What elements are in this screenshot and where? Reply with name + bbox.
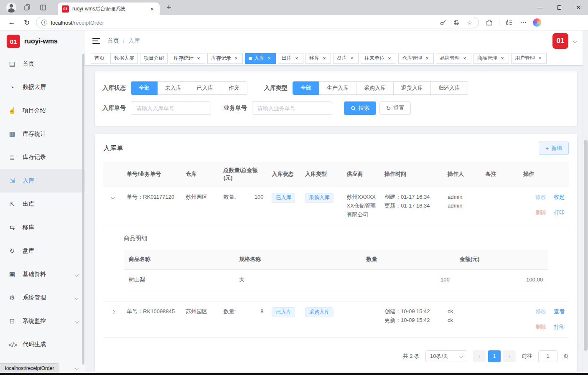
tab-stock-records[interactable]: 库存记录×: [207, 53, 243, 64]
tab-stock-stats[interactable]: 库存统计×: [170, 53, 205, 64]
close-tab-icon[interactable]: ×: [424, 56, 430, 61]
print-link[interactable]: 打印: [554, 208, 565, 217]
profile-icon[interactable]: [6, 2, 17, 13]
page-size-select[interactable]: 10条/页: [425, 350, 467, 362]
goto-page-input[interactable]: [538, 350, 557, 362]
next-page-button[interactable]: ›: [503, 350, 516, 362]
sidebar-item-stock-stats[interactable]: ▥ 库存统计: [0, 122, 85, 146]
sidebar-item-move[interactable]: ⇆ 移库: [0, 216, 85, 239]
close-tab-icon[interactable]: ×: [499, 56, 505, 61]
vertical-tabs-icon[interactable]: [38, 2, 48, 13]
sidebar: 01 ruoyi-wms ▤ 首页 ◔ 数据大屏 ☝ 项目介绍 ▥ 库存统计 ≣…: [0, 30, 85, 373]
biz-no-input[interactable]: [252, 101, 332, 115]
tab-outbound[interactable]: 出库×: [278, 53, 303, 64]
type-option-purchase[interactable]: 采购入库: [356, 81, 394, 95]
refresh-icon[interactable]: ↻: [21, 17, 33, 28]
more-options-icon[interactable]: ⋯: [519, 18, 528, 27]
sidebar-item-base-data[interactable]: ▣ 基础资料: [0, 263, 85, 286]
app-logo[interactable]: 01 ruoyi-wms: [0, 30, 85, 52]
browser-essentials-icon[interactable]: [453, 19, 460, 26]
sidebar-scrollbar[interactable]: [82, 54, 84, 365]
tab-move[interactable]: 移库×: [305, 53, 331, 64]
type-option-all[interactable]: 全部: [293, 81, 319, 95]
sidebar-item-system-monitor[interactable]: ⊡ 系统监控: [0, 309, 85, 333]
edit-link[interactable]: 修改: [535, 307, 546, 316]
favorites-bar-icon[interactable]: [504, 18, 514, 27]
sidebar-item-system-mgmt[interactable]: ⚙ 系统管理: [0, 286, 85, 309]
tab-partners[interactable]: 往来单位×: [361, 53, 396, 64]
sidebar-item-outbound[interactable]: ⇱ 出库: [0, 193, 85, 216]
favorite-star-icon[interactable]: ☆: [466, 19, 473, 26]
tab-home[interactable]: 首页: [91, 53, 108, 64]
fold-menu-icon[interactable]: [92, 38, 100, 44]
page-number-1[interactable]: 1: [488, 350, 501, 362]
workspaces-icon[interactable]: [22, 2, 33, 13]
chevron-down-icon: [75, 296, 79, 300]
prev-page-button[interactable]: ‹: [473, 350, 486, 362]
add-button[interactable]: + 新增: [539, 142, 569, 155]
minimize-button[interactable]: —: [530, 0, 550, 15]
type-option-return[interactable]: 退货入库: [394, 81, 431, 95]
collapse-link[interactable]: 收起: [554, 193, 565, 202]
status-option-in[interactable]: 已入库: [189, 81, 221, 95]
sidebar-item-home[interactable]: ▤ 首页: [0, 52, 85, 76]
scrollbar-thumb[interactable]: [584, 140, 588, 351]
browser-tab[interactable]: 01 ruoyi-wms后台管理系统 ×: [58, 3, 160, 15]
chevron-down-icon[interactable]: [573, 39, 577, 43]
sidebar-item-project-intro[interactable]: ☝ 项目介绍: [0, 99, 85, 122]
reset-button[interactable]: ↻ 重置: [379, 101, 411, 115]
status-option-void[interactable]: 作废: [221, 81, 247, 95]
back-icon[interactable]: ←: [6, 17, 18, 28]
close-tab-icon[interactable]: ×: [148, 5, 156, 13]
maximize-button[interactable]: [550, 0, 569, 15]
password-key-icon[interactable]: [439, 19, 447, 26]
type-option-production[interactable]: 生产入库: [319, 81, 356, 95]
expand-row-icon[interactable]: [111, 310, 115, 314]
sidebar-item-inbound[interactable]: ⇲ 入库: [0, 169, 85, 193]
edit-link[interactable]: 修改: [535, 193, 546, 202]
tab-brand-mgmt[interactable]: 品牌管理×: [436, 53, 471, 64]
close-tab-icon[interactable]: ×: [537, 56, 543, 61]
delete-link[interactable]: 删除: [535, 323, 546, 332]
close-tab-icon[interactable]: ×: [387, 56, 392, 61]
sidebar-item-label: 项目介绍: [23, 107, 46, 114]
new-tab-button[interactable]: +: [165, 3, 173, 12]
user-avatar[interactable]: 01: [552, 33, 568, 49]
close-tab-icon[interactable]: ×: [233, 56, 239, 61]
tab-warehouse-mgmt[interactable]: 仓库管理×: [398, 53, 434, 64]
address-bar[interactable]: i localhost/receiptOrder ☆: [36, 17, 479, 28]
close-tab-icon[interactable]: ×: [462, 56, 468, 61]
logo-badge: 01: [7, 35, 20, 48]
site-info-icon[interactable]: i: [41, 20, 47, 25]
tab-user-mgmt[interactable]: 用户管理×: [511, 53, 547, 64]
breadcrumb-root[interactable]: 首页: [107, 37, 119, 45]
tab-inbound[interactable]: 入库×: [245, 53, 276, 64]
sidebar-item-data-screen[interactable]: ◔ 数据大屏: [0, 76, 85, 99]
close-tab-icon[interactable]: ×: [294, 56, 300, 61]
tab-goods-mgmt[interactable]: 商品管理×: [473, 53, 509, 64]
sidebar-item-stocktake[interactable]: ↻ 盘库: [0, 239, 85, 263]
copilot-icon[interactable]: [533, 18, 541, 27]
order-no-input[interactable]: [131, 101, 211, 115]
tab-data-screen[interactable]: 数据大屏: [110, 53, 138, 64]
status-option-all[interactable]: 全部: [131, 81, 158, 95]
search-button[interactable]: 搜索: [344, 101, 376, 115]
close-tab-icon[interactable]: ×: [196, 56, 201, 61]
collapse-row-icon[interactable]: [111, 195, 115, 200]
close-window-button[interactable]: ×: [569, 0, 588, 15]
status-option-not-in[interactable]: 未入库: [158, 81, 189, 95]
extensions-puzzle-icon[interactable]: [485, 18, 494, 27]
view-link[interactable]: 查看: [554, 307, 565, 316]
type-option-giveback[interactable]: 归还入库: [431, 81, 468, 95]
print-link[interactable]: 打印: [554, 323, 565, 332]
delete-link[interactable]: 删除: [535, 208, 546, 217]
tab-stocktake[interactable]: 盘库×: [333, 53, 359, 64]
sidebar-item-code-gen[interactable]: </> 代码生成: [0, 333, 85, 356]
updated-time: 01-17 16:34: [401, 203, 430, 209]
tab-project-intro[interactable]: 项目介绍: [140, 53, 168, 64]
sidebar-item-stock-records[interactable]: ≣ 库存记录: [0, 146, 85, 169]
page-scrollbar[interactable]: [583, 30, 588, 373]
close-tab-icon[interactable]: ×: [266, 56, 272, 61]
close-tab-icon[interactable]: ×: [321, 56, 327, 61]
close-tab-icon[interactable]: ×: [349, 56, 355, 61]
